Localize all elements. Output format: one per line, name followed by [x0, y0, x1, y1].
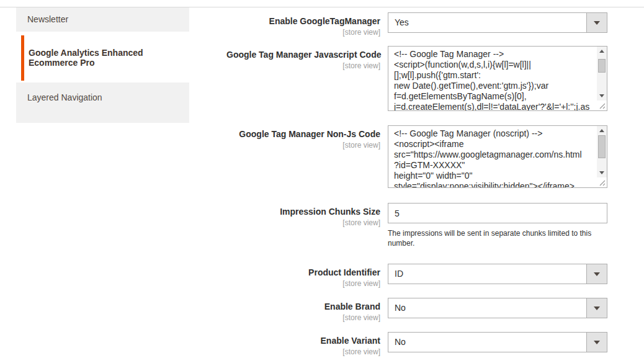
- scrollbar-track[interactable]: [597, 56, 607, 91]
- select-value: ID: [388, 264, 586, 284]
- gtm-non-js-code-textarea[interactable]: <!-- Google Tag Manager (noscript) --> <…: [388, 125, 607, 188]
- field-scope: [store view]: [226, 141, 380, 150]
- config-section-nav: Newsletter Google Analytics Enhanced Eco…: [16, 7, 189, 127]
- field-label-block: Google Tag Manager Non-Js Code [store vi…: [226, 125, 380, 188]
- field-scope: [store view]: [226, 218, 380, 227]
- textarea-scrollbar[interactable]: [597, 126, 607, 177]
- enable-variant-select[interactable]: No: [388, 332, 607, 352]
- scrollbar-track[interactable]: [597, 135, 607, 168]
- dropdown-arrow-button[interactable]: [586, 264, 607, 284]
- magento-config-page: { "accent_color": "#eb5202", "sidebar": …: [0, 0, 644, 358]
- enable-googletagmanager-select[interactable]: Yes: [388, 12, 607, 33]
- select-value: No: [388, 333, 586, 352]
- field-label-block: Impression Chunks Size [store view]: [226, 203, 380, 248]
- sidebar-item-label: Newsletter: [27, 14, 68, 24]
- scroll-down-icon: [599, 94, 604, 97]
- scroll-down-button[interactable]: [597, 168, 607, 177]
- field-label-block: Google Tag Manager Javascript Code [stor…: [226, 46, 380, 111]
- scrollbar-thumb[interactable]: [598, 59, 606, 73]
- dropdown-arrow-button[interactable]: [586, 333, 607, 352]
- sidebar-item-label: Google Analytics Enhanced Ecommerce Pro: [29, 48, 143, 68]
- chevron-down-icon: [594, 341, 600, 344]
- sidebar-item-google-analytics-enhanced-ecommerce-pro[interactable]: Google Analytics Enhanced Ecommerce Pro: [21, 35, 189, 81]
- field-row-gtm-javascript-code: Google Tag Manager Javascript Code [stor…: [226, 46, 607, 111]
- chevron-down-icon: [594, 21, 600, 25]
- scroll-up-icon: [599, 129, 604, 132]
- field-scope: [store view]: [226, 347, 380, 356]
- field-label: Google Tag Manager Javascript Code: [226, 50, 381, 60]
- resize-handle-icon[interactable]: [597, 178, 606, 187]
- scroll-up-icon: [599, 50, 604, 53]
- field-row-impression-chunks-size: Impression Chunks Size [store view] The …: [226, 203, 607, 248]
- sidebar-item-layered-navigation[interactable]: Layered Navigation: [16, 83, 189, 123]
- field-note: The impressions will be sent in separate…: [388, 228, 607, 248]
- sidebar-item-newsletter[interactable]: Newsletter: [16, 7, 189, 32]
- impression-chunks-size-input[interactable]: [388, 203, 607, 223]
- textarea-content: <!-- Google Tag Manager --> <script>(fun…: [388, 47, 596, 110]
- scroll-up-button[interactable]: [597, 47, 607, 56]
- field-label: Enable Variant: [321, 336, 380, 346]
- field-label: Enable GoogleTagManager: [269, 16, 380, 26]
- field-scope: [store view]: [226, 28, 380, 37]
- field-scope: [store view]: [226, 61, 380, 70]
- scrollbar-thumb[interactable]: [598, 135, 606, 158]
- config-form: Enable GoogleTagManager [store view] Yes…: [226, 0, 607, 358]
- select-value: No: [388, 298, 586, 318]
- field-row-enable-variant: Enable Variant [store view] No: [226, 332, 607, 356]
- select-value: Yes: [388, 13, 586, 32]
- field-label: Product Identifier: [308, 267, 380, 277]
- field-label-block: Product Identifier [store view]: [226, 264, 380, 288]
- field-row-enable-brand: Enable Brand [store view] No: [226, 298, 607, 322]
- sidebar-item-label: Layered Navigation: [27, 92, 102, 102]
- dropdown-arrow-button[interactable]: [586, 298, 607, 318]
- field-label-block: Enable Brand [store view]: [226, 298, 380, 322]
- field-label: Enable Brand: [324, 302, 380, 311]
- scroll-up-button[interactable]: [597, 126, 607, 135]
- gtm-javascript-code-textarea[interactable]: <!-- Google Tag Manager --> <script>(fun…: [388, 46, 607, 111]
- enable-brand-select[interactable]: No: [388, 298, 607, 318]
- chevron-down-icon: [594, 272, 600, 276]
- product-identifier-select[interactable]: ID: [388, 264, 607, 284]
- field-scope: [store view]: [226, 313, 380, 322]
- field-label: Impression Chunks Size: [280, 207, 380, 217]
- dropdown-arrow-button[interactable]: [586, 13, 607, 32]
- field-scope: [store view]: [226, 279, 380, 288]
- chevron-down-icon: [594, 307, 600, 310]
- field-label-block: Enable GoogleTagManager [store view]: [226, 12, 380, 37]
- field-label: Google Tag Manager Non-Js Code: [239, 129, 380, 139]
- field-label-block: Enable Variant [store view]: [226, 332, 380, 356]
- resize-handle-icon[interactable]: [597, 101, 606, 110]
- scroll-down-button[interactable]: [597, 91, 607, 101]
- scroll-down-icon: [599, 171, 604, 174]
- field-row-enable-googletagmanager: Enable GoogleTagManager [store view] Yes: [226, 12, 607, 37]
- textarea-scrollbar[interactable]: [597, 47, 607, 101]
- field-row-product-identifier: Product Identifier [store view] ID: [226, 264, 607, 288]
- field-row-gtm-non-js-code: Google Tag Manager Non-Js Code [store vi…: [226, 125, 607, 188]
- textarea-content: <!-- Google Tag Manager (noscript) --> <…: [388, 126, 596, 187]
